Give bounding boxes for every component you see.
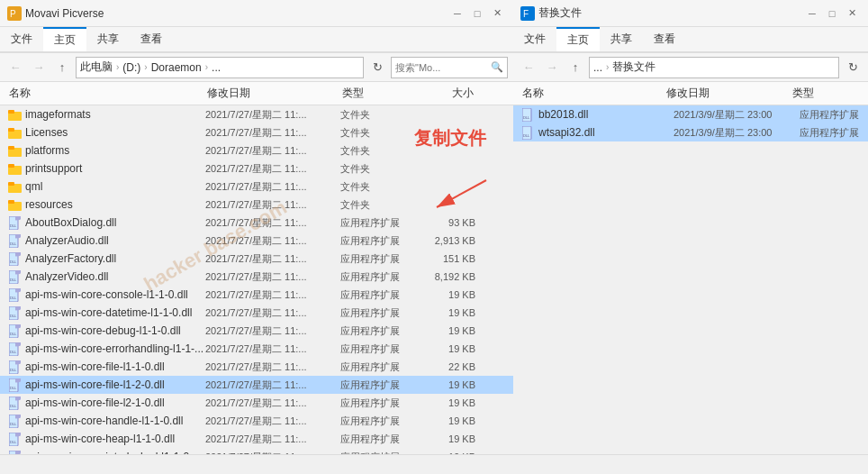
list-item[interactable]: imageformats2021/7/27/星期二 11:...文件夹: [0, 105, 513, 123]
tab-share-left[interactable]: 共享: [86, 27, 130, 51]
right-window-title: 替换文件: [538, 5, 582, 21]
list-item[interactable]: resources2021/7/27/星期二 11:...文件夹: [0, 196, 513, 214]
file-name-cell: printsupport: [25, 162, 205, 175]
close-button[interactable]: ✕: [488, 5, 506, 22]
folder-icon: [7, 143, 22, 158]
forward-button-left[interactable]: →: [29, 58, 49, 77]
left-search-input[interactable]: [395, 62, 489, 73]
file-type-cell: 应用程序扩展: [340, 306, 421, 320]
dll-icon: DLL: [7, 324, 22, 338]
up-button-right[interactable]: ↑: [565, 58, 585, 77]
list-item[interactable]: DLLapi-ms-win-core-heap-l1-1-0.dll2021/7…: [0, 430, 513, 448]
file-size-cell: 19 KB: [421, 307, 475, 318]
dll-icon: DLL: [520, 125, 535, 140]
right-address-box[interactable]: ... › 替换文件: [589, 57, 839, 78]
list-item[interactable]: DLLwtsapi32.dll2021/3/9/星期二 23:00应用程序扩展: [513, 123, 868, 141]
tab-home-left[interactable]: 主页: [43, 27, 86, 51]
svg-rect-39: [15, 360, 21, 365]
file-date-cell: 2021/7/27/星期二 11:...: [205, 144, 340, 158]
maximize-button-right[interactable]: □: [823, 5, 841, 22]
list-item[interactable]: DLLapi-ms-win-core-file-l2-1-0.dll2021/7…: [0, 394, 513, 412]
list-item[interactable]: DLLbb2018.dll2021/3/9/星期二 23:00应用程序扩展: [513, 105, 868, 123]
svg-text:DLL: DLL: [10, 278, 17, 282]
crumb-computer: 此电脑: [80, 59, 113, 75]
refresh-button-left[interactable]: ↻: [367, 58, 387, 77]
svg-rect-24: [15, 270, 21, 275]
list-item[interactable]: DLLapi-ms-win-core-debug-l1-1-0.dll2021/…: [0, 322, 513, 340]
crumb-sub: ...: [212, 61, 221, 74]
svg-text:DLL: DLL: [10, 223, 17, 228]
list-item[interactable]: platforms2021/7/27/星期二 11:...文件夹: [0, 141, 513, 160]
dll-icon: DLL: [7, 251, 22, 266]
file-type-cell: 应用程序扩展: [340, 378, 421, 392]
list-item[interactable]: DLLAboutBoxDialog.dll2021/7/27/星期二 11:..…: [0, 214, 513, 232]
folder-icon: [7, 107, 22, 122]
left-search-box[interactable]: 🔍: [391, 57, 508, 78]
tab-file-right[interactable]: 文件: [513, 27, 556, 51]
file-date-cell: 2021/7/27/星期二 11:...: [205, 306, 340, 320]
file-type-cell: 文件夹: [340, 144, 421, 158]
file-type-cell: 应用程序扩展: [340, 397, 421, 410]
list-item[interactable]: DLLapi-ms-win-core-handle-l1-1-0.dll2021…: [0, 412, 513, 430]
list-item[interactable]: DLLapi-ms-win-core-datetime-l1-1-0.dll20…: [0, 304, 513, 322]
file-date-cell-r: 2021/3/9/星期二 23:00: [674, 108, 800, 122]
file-date-cell: 2021/7/27/星期二 11:...: [205, 108, 340, 122]
svg-text:DLL: DLL: [10, 422, 17, 426]
list-item[interactable]: DLLAnalyzerAudio.dll2021/7/27/星期二 11:...…: [0, 232, 513, 250]
svg-rect-18: [15, 234, 21, 239]
file-name-cell: platforms: [25, 144, 205, 157]
back-button-right[interactable]: ←: [519, 58, 538, 77]
col-date-header-r[interactable]: 修改日期: [665, 85, 791, 102]
file-size-cell: 93 KB: [421, 217, 475, 228]
svg-text:DLL: DLL: [10, 386, 17, 390]
file-name-cell: AnalyzerVideo.dll: [25, 270, 205, 283]
minimize-button-right[interactable]: ─: [803, 5, 821, 22]
dll-icon: DLL: [7, 414, 22, 428]
list-item[interactable]: DLLapi-ms-win-core-file-l1-2-0.dll2021/7…: [0, 376, 513, 394]
col-date-header[interactable]: 修改日期: [205, 85, 340, 102]
list-item[interactable]: DLLAnalyzerFactory.dll2021/7/27/星期二 11:.…: [0, 250, 513, 268]
file-type-cell: 应用程序扩展: [340, 360, 421, 374]
tab-file-left[interactable]: 文件: [0, 27, 43, 51]
col-type-header-r[interactable]: 类型: [791, 85, 861, 102]
left-address-box[interactable]: 此电脑 › (D:) › Doraemon › ...: [76, 57, 364, 78]
list-item[interactable]: Licenses2021/7/27/星期二 11:...文件夹: [0, 123, 513, 141]
maximize-button[interactable]: □: [468, 5, 486, 22]
list-item[interactable]: DLLapi-ms-win-core-interlocked-l1-1-0...…: [0, 448, 513, 454]
file-size-cell: 151 KB: [421, 253, 475, 264]
refresh-button-right[interactable]: ↻: [843, 58, 863, 77]
forward-button-right[interactable]: →: [542, 58, 562, 77]
close-button-right[interactable]: ✕: [843, 5, 861, 22]
file-type-cell-r: 应用程序扩展: [800, 108, 861, 122]
list-item[interactable]: DLLapi-ms-win-core-errorhandling-l1-1-..…: [0, 340, 513, 358]
col-size-header[interactable]: 大小: [421, 85, 475, 102]
right-col-header: 名称 修改日期 类型: [513, 82, 868, 105]
sep1: ›: [116, 62, 119, 72]
col-name-header[interactable]: 名称: [7, 85, 205, 102]
tab-home-right[interactable]: 主页: [556, 27, 600, 51]
col-name-header-r[interactable]: 名称: [520, 85, 665, 102]
file-date-cell: 2021/7/27/星期二 11:...: [205, 126, 340, 140]
file-type-cell: 应用程序扩展: [340, 234, 421, 248]
left-window-controls: ─ □ ✕: [448, 5, 506, 22]
right-app-icon: F: [520, 6, 535, 21]
file-type-cell: 应用程序扩展: [340, 433, 421, 446]
list-item[interactable]: DLLapi-ms-win-core-console-l1-1-0.dll202…: [0, 286, 513, 304]
list-item[interactable]: DLLapi-ms-win-core-file-l1-1-0.dll2021/7…: [0, 358, 513, 376]
tab-share-right[interactable]: 共享: [600, 27, 643, 51]
file-name-cell: api-ms-win-core-errorhandling-l1-1-...: [25, 342, 205, 355]
list-item[interactable]: qml2021/7/27/星期二 11:...文件夹: [0, 178, 513, 196]
list-item[interactable]: printsupport2021/7/27/星期二 11:...文件夹: [0, 160, 513, 178]
minimize-button[interactable]: ─: [448, 5, 466, 22]
list-item[interactable]: DLLAnalyzerVideo.dll2021/7/27/星期二 11:...…: [0, 268, 513, 286]
back-button-left[interactable]: ←: [5, 58, 25, 77]
svg-text:DLL: DLL: [523, 133, 530, 138]
up-button-left[interactable]: ↑: [52, 58, 72, 77]
svg-rect-7: [8, 146, 14, 150]
svg-text:DLL: DLL: [10, 404, 17, 408]
file-type-cell: 应用程序扩展: [340, 415, 421, 428]
col-type-header[interactable]: 类型: [340, 85, 421, 102]
tab-view-right[interactable]: 查看: [643, 27, 686, 51]
tab-view-left[interactable]: 查看: [130, 27, 173, 51]
file-size-cell: 8,192 KB: [421, 271, 475, 282]
